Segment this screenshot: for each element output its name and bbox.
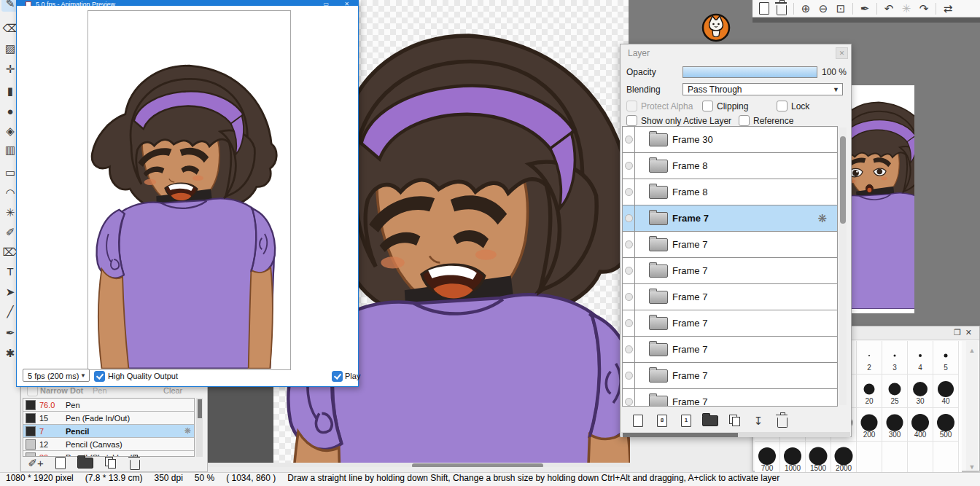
layer-row[interactable]: Frame 7	[623, 337, 837, 363]
visibility-gutter[interactable]	[623, 310, 635, 336]
visibility-gutter[interactable]	[623, 179, 635, 205]
brush-row[interactable]: 76.0Pen	[23, 399, 194, 412]
float-panel-icon[interactable]: ❐	[954, 328, 965, 337]
scroll-up-icon[interactable]: ▲	[966, 347, 978, 354]
zoom-in-button[interactable]: ⊕	[797, 1, 814, 17]
brush-size-40[interactable]: 40	[933, 375, 959, 408]
preview-canvas[interactable]	[88, 10, 291, 370]
visibility-dot-icon[interactable]	[625, 293, 633, 301]
visibility-gutter[interactable]	[623, 232, 635, 257]
layer-row[interactable]: Frame 7	[623, 258, 837, 284]
layer-row[interactable]: Frame 30	[623, 127, 837, 153]
layer-row[interactable]: Frame 7❋	[623, 205, 837, 232]
preview-titlebar[interactable]: 5.0 fps - Animation Preview ▭ ✕	[17, 1, 358, 6]
visibility-dot-icon[interactable]	[625, 398, 633, 406]
new-page-1-button[interactable]: 1	[677, 412, 695, 428]
scrollbar-thumb[interactable]	[198, 399, 202, 418]
new-page-8-button[interactable]: 8	[653, 412, 671, 428]
visibility-gutter[interactable]	[623, 363, 635, 388]
visibility-gutter[interactable]	[623, 127, 635, 152]
scroll-down-icon[interactable]: ▼	[966, 463, 978, 471]
brush-size-20[interactable]: 20	[857, 375, 882, 408]
folder-button[interactable]	[701, 412, 719, 428]
blending-dropdown[interactable]: Pass Through▼	[682, 83, 843, 95]
brush-size-2000[interactable]: 2000	[831, 442, 857, 475]
folder-button[interactable]	[77, 455, 94, 471]
layer-row[interactable]: Frame 8	[623, 153, 837, 179]
show-only-active-checkbox[interactable]: Show only Active Layer	[626, 115, 731, 126]
brush-size-scrollbar[interactable]: ▲ ▼	[966, 341, 978, 471]
brush-size-3[interactable]: 3	[882, 341, 908, 375]
zoom-out-button[interactable]: ⊖	[814, 1, 832, 17]
delete-button[interactable]	[126, 455, 144, 471]
brush-size-25[interactable]: 25	[882, 375, 908, 408]
minimize-icon[interactable]: ▭	[323, 1, 329, 6]
visibility-dot-icon[interactable]	[625, 319, 633, 327]
visibility-dot-icon[interactable]	[625, 267, 633, 275]
new-canvas-button[interactable]	[755, 1, 773, 17]
layer-horizontal-scrollbar[interactable]	[621, 432, 850, 437]
visibility-dot-icon[interactable]	[625, 345, 633, 353]
brush-size-30[interactable]: 30	[908, 375, 933, 408]
scrollbar-thumb[interactable]	[623, 433, 738, 437]
delete-button[interactable]	[774, 412, 791, 428]
merge-down-button[interactable]: ↧	[750, 412, 767, 428]
clear-button[interactable]: Clear	[163, 386, 182, 395]
animation-preview-window[interactable]: 5.0 fps - Animation Preview ▭ ✕ 5 fps (2…	[16, 0, 359, 387]
new-page-button[interactable]	[52, 455, 69, 471]
brush-row[interactable]: 7Pencil❋	[23, 425, 194, 438]
brush-row[interactable]: 15Pen (Fade In/Out)	[23, 412, 194, 425]
reference-checkbox[interactable]: Reference	[739, 115, 793, 126]
layer-row[interactable]: Frame 7	[623, 284, 837, 310]
scrollbar-thumb[interactable]	[840, 136, 846, 224]
protect-alpha-checkbox[interactable]: Protect Alpha	[626, 101, 693, 111]
brush-size-400[interactable]: 400	[908, 408, 933, 442]
brush-size-4[interactable]: 4	[908, 341, 933, 375]
brush-size-200[interactable]: 200	[857, 408, 882, 442]
visibility-dot-icon[interactable]	[625, 136, 633, 144]
layer-row[interactable]: Frame 8	[623, 179, 837, 205]
new-page-button[interactable]	[629, 412, 647, 428]
opacity-slider[interactable]	[682, 66, 817, 78]
brush-list-scrollbar[interactable]	[196, 398, 203, 457]
close-panel-icon[interactable]: ✕	[965, 328, 976, 337]
brush-row[interactable]: 12Pencil (Canvas)	[23, 438, 194, 451]
eyedropper-button[interactable]: ✒	[856, 1, 874, 17]
brush-size-700[interactable]: 700	[755, 442, 780, 475]
brush-size-5[interactable]: 5	[933, 341, 959, 375]
visibility-dot-icon[interactable]	[625, 372, 633, 380]
canvas-horizontal-scrollbar[interactable]	[208, 463, 630, 467]
visibility-dot-icon[interactable]	[625, 240, 633, 248]
visibility-dot-icon[interactable]	[625, 188, 633, 196]
redo-button[interactable]: ↷	[915, 1, 933, 17]
layer-row[interactable]: Frame 7	[623, 389, 837, 407]
visibility-dot-icon[interactable]	[625, 162, 633, 170]
clipping-checkbox[interactable]: Clipping	[702, 101, 748, 111]
gear-icon[interactable]: ❋	[817, 212, 827, 225]
visibility-gutter[interactable]	[623, 284, 635, 310]
close-icon[interactable]: ✕	[344, 1, 349, 6]
busy-button[interactable]: ✳	[898, 1, 915, 17]
zoom-reset-button[interactable]: ⊡	[832, 1, 849, 17]
lock-checkbox[interactable]: Lock	[777, 101, 809, 111]
visibility-gutter[interactable]	[623, 258, 635, 283]
visibility-gutter[interactable]	[623, 389, 635, 407]
layer-row[interactable]: Frame 7	[623, 310, 837, 337]
brush-size-1000[interactable]: 1000	[780, 442, 806, 475]
visibility-gutter[interactable]	[623, 153, 635, 179]
brush-size-1500[interactable]: 1500	[806, 442, 831, 475]
play-checkbox[interactable]	[332, 371, 343, 382]
flip-horizontal-button[interactable]: ⇄	[939, 1, 957, 17]
brush-size-300[interactable]: 300	[882, 408, 908, 442]
visibility-gutter[interactable]	[623, 337, 635, 362]
undo-button[interactable]: ↶	[880, 1, 898, 17]
layer-row[interactable]: Frame 7	[623, 232, 837, 258]
high-quality-checkbox[interactable]	[94, 371, 105, 382]
delete-button[interactable]	[773, 1, 790, 17]
add-brush-button[interactable]: ✐+	[27, 455, 44, 471]
brush-size-500[interactable]: 500	[933, 408, 959, 442]
gear-icon[interactable]: ❋	[184, 426, 191, 436]
fps-dropdown[interactable]: 5 fps (200 ms)▼	[23, 369, 90, 382]
narrow-dot-checkbox[interactable]	[27, 385, 38, 396]
navigator-canvas[interactable]	[852, 85, 914, 313]
